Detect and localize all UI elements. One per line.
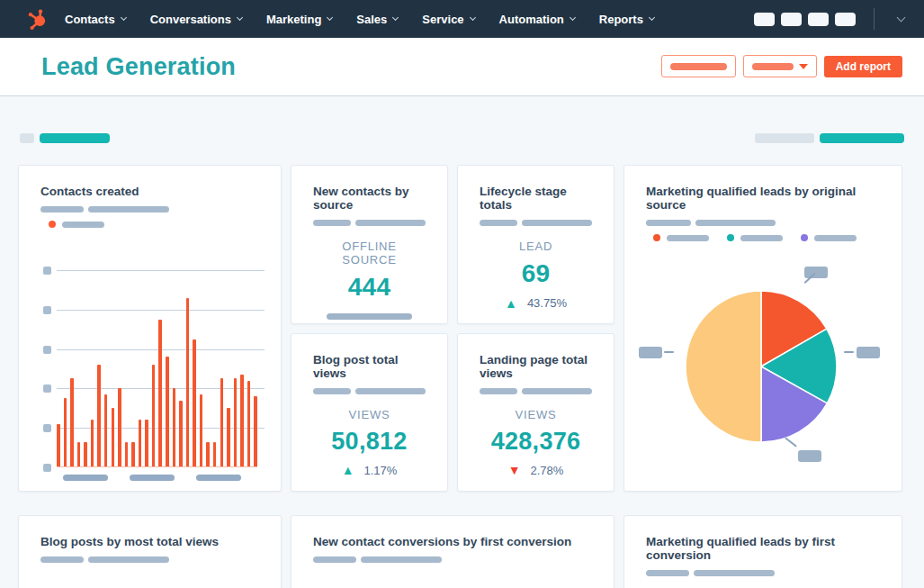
trend-down-icon: ▼ xyxy=(508,464,521,476)
card-subtitle-placeholder xyxy=(480,388,592,394)
dashboard-filters-left xyxy=(20,133,110,143)
bar[interactable] xyxy=(84,442,87,467)
bar[interactable] xyxy=(213,442,217,467)
x-axis-line xyxy=(57,466,257,467)
pie-label-placeholder xyxy=(804,267,828,278)
card-subtitle-placeholder xyxy=(40,556,259,563)
nav-item-contacts[interactable]: Contacts xyxy=(65,13,126,26)
dashboard-action-button[interactable] xyxy=(661,55,736,77)
bar[interactable] xyxy=(186,298,190,467)
bar[interactable] xyxy=(254,396,257,467)
card-title: New contacts by source xyxy=(313,185,426,212)
pie-label-placeholder xyxy=(857,347,880,358)
metric-label: LEAD xyxy=(480,240,592,253)
bar[interactable] xyxy=(97,365,101,467)
card-new-contact-conversions: New contact conversions by first convers… xyxy=(291,515,615,588)
page-title: Lead Generation xyxy=(41,53,236,81)
nav-icon-placeholder[interactable] xyxy=(835,13,856,26)
filter-placeholder[interactable] xyxy=(20,133,34,143)
card-title: Blog posts by most total views xyxy=(40,535,259,548)
main-nav: Contacts Conversations Marketing Sales S… xyxy=(65,13,654,26)
card-mql-by-first-conversion: Marketing qualified leads by first conve… xyxy=(623,515,902,588)
card-title: New contact conversions by first convers… xyxy=(313,535,592,548)
chevron-down-icon xyxy=(327,14,333,21)
bar[interactable] xyxy=(173,388,176,467)
card-subtitle-placeholder xyxy=(40,206,259,213)
card-title: Contacts created xyxy=(40,185,259,198)
bar[interactable] xyxy=(227,408,230,467)
bar[interactable] xyxy=(125,442,129,467)
mql-pie-chart[interactable] xyxy=(685,290,838,443)
metric-value: 444 xyxy=(313,273,426,302)
pie-callout-line xyxy=(664,351,674,353)
bar[interactable] xyxy=(139,420,142,467)
nav-icon-placeholder[interactable] xyxy=(781,13,802,26)
nav-utility-area xyxy=(748,8,910,30)
hubspot-logo-icon[interactable] xyxy=(25,7,49,31)
nav-item-automation[interactable]: Automation xyxy=(499,13,575,26)
contacts-created-bars[interactable] xyxy=(57,270,257,467)
bar[interactable] xyxy=(166,357,169,467)
bar[interactable] xyxy=(131,442,135,467)
metric-delta: ▲ 1.17% xyxy=(313,464,426,477)
nav-divider xyxy=(874,8,875,30)
filter-teal-pill[interactable] xyxy=(40,133,110,143)
bar[interactable] xyxy=(193,339,196,467)
nav-item-marketing[interactable]: Marketing xyxy=(266,13,332,26)
trend-up-icon: ▲ xyxy=(505,297,517,310)
chevron-down-icon xyxy=(237,14,243,21)
bar[interactable] xyxy=(91,420,94,467)
nav-icon-placeholder[interactable] xyxy=(754,13,775,26)
bar[interactable] xyxy=(57,424,60,467)
bar[interactable] xyxy=(104,394,108,467)
chevron-down-icon xyxy=(470,14,476,21)
bar[interactable] xyxy=(200,394,203,467)
nav-icon-placeholder[interactable] xyxy=(808,13,829,26)
bar[interactable] xyxy=(118,388,121,467)
nav-item-conversations[interactable]: Conversations xyxy=(150,13,242,26)
header-actions: Add report xyxy=(661,55,902,77)
dashboard-filters-right xyxy=(755,133,904,143)
pie-label-placeholder xyxy=(798,450,821,462)
bar[interactable] xyxy=(234,378,238,467)
bar[interactable] xyxy=(247,381,251,467)
bar[interactable] xyxy=(158,320,162,467)
contacts-created-plot[interactable] xyxy=(40,270,259,467)
card-subtitle-placeholder xyxy=(313,220,426,226)
card-mql-by-original-source: Marketing qualified leads by original so… xyxy=(623,165,902,492)
chevron-down-icon xyxy=(649,14,655,21)
filter-placeholder[interactable] xyxy=(755,133,814,143)
filter-teal-pill[interactable] xyxy=(820,133,904,143)
redacted-label-bar xyxy=(752,63,794,70)
card-subtitle-placeholder xyxy=(313,556,592,563)
account-chevron-down-icon[interactable] xyxy=(897,13,906,22)
bar[interactable] xyxy=(152,365,156,467)
trend-up-icon: ▲ xyxy=(342,464,354,476)
bar[interactable] xyxy=(206,442,210,467)
nav-item-service[interactable]: Service xyxy=(422,13,474,26)
metric-delta: ▲ 43.75% xyxy=(480,296,592,310)
bar[interactable] xyxy=(77,442,81,467)
card-subtitle-placeholder xyxy=(480,220,592,226)
nav-item-sales[interactable]: Sales xyxy=(356,13,398,26)
bar[interactable] xyxy=(70,378,74,467)
x-axis-labels-placeholder xyxy=(63,475,259,481)
report-grid: Contacts created New contacts by sour xyxy=(18,165,902,588)
bar[interactable] xyxy=(64,398,67,467)
add-report-button[interactable]: Add report xyxy=(824,56,902,77)
metric-label: VIEWS xyxy=(480,408,592,421)
bar[interactable] xyxy=(220,378,224,467)
bar[interactable] xyxy=(240,375,244,467)
pie-slice[interactable] xyxy=(686,291,761,442)
metric-value: 69 xyxy=(480,259,592,288)
nav-item-reports[interactable]: Reports xyxy=(599,13,654,26)
bar[interactable] xyxy=(145,420,148,467)
bar[interactable] xyxy=(112,408,115,467)
legend-item xyxy=(49,221,104,228)
card-title: Lifecycle stage totals xyxy=(480,185,592,212)
bar[interactable] xyxy=(179,401,183,467)
dashboard-action-dropdown[interactable] xyxy=(743,55,817,77)
top-navbar: Contacts Conversations Marketing Sales S… xyxy=(0,0,924,38)
card-landing-page-total-views: Landing page total views VIEWS 428,376 ▼… xyxy=(457,333,615,493)
chevron-down-icon xyxy=(392,14,399,21)
